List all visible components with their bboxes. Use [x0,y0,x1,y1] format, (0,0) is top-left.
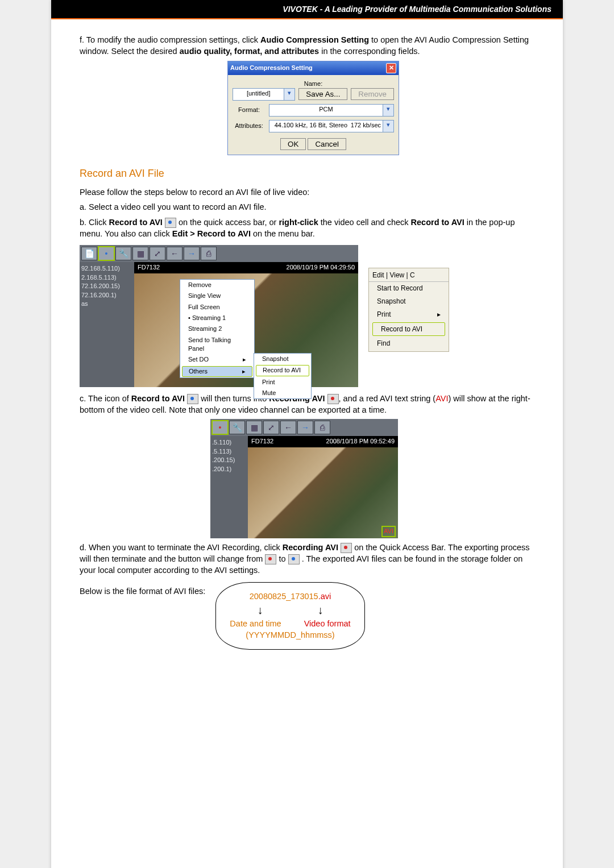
menu-item[interactable]: Full Screen [180,302,254,313]
format-label: Format: [233,106,265,114]
video-window-2: • 🔧 ▦ ⤢ ← → ⎙ .5.110) .5.113) .200.15) .… [210,419,398,538]
menu-item[interactable]: Print [254,377,311,388]
bold-text: Record to AVI [131,394,185,403]
bold-text: Edit > Record to AVI [172,229,251,238]
bold-text: Record to AVI [411,218,464,227]
cancel-button[interactable]: Cancel [308,138,346,150]
menu-item[interactable]: Streaming 2 [180,323,254,334]
toolbar-btn[interactable]: ⤢ [150,247,165,260]
step-d: d. When you want to terminate the AVI Re… [80,542,534,576]
menu-item[interactable]: Snapshot [369,295,449,308]
menu-item[interactable]: Set DO▸ [180,354,254,365]
page-content: f. To modify the audio compression setti… [51,19,563,661]
page-header: VIVOTEK - A Leading Provider of Multimed… [51,0,563,19]
menu-item[interactable]: Send to Talking Panel [180,335,254,355]
toolbar-btn[interactable]: 🔧 [229,421,245,434]
ok-button[interactable]: OK [280,138,306,150]
chevron-down-icon[interactable]: ▾ [383,104,394,117]
list-item[interactable]: as [81,300,132,308]
toolbar-btn[interactable]: ▦ [246,421,262,434]
menu-item-record-avi[interactable]: Record to AVI [372,322,445,337]
menu-item[interactable]: Start to Record [369,282,449,295]
text: the video cell and check [318,218,411,227]
menu-item[interactable]: Find [369,337,449,350]
video-cell[interactable]: Remove Single View Full Screen • Streami… [134,273,358,387]
forward-button[interactable]: → [184,247,200,260]
bold-text: Record to AVI [109,218,163,227]
video-format-label: Video format [304,618,351,629]
attributes-select[interactable]: 44.100 kHz, 16 Bit, Stereo 172 kb/sec [269,120,383,132]
filename-example: 20080825_173015 [250,592,318,601]
name-input[interactable]: [untitled] [233,88,284,101]
forward-button[interactable]: → [297,421,313,434]
format-select[interactable]: PCM [269,104,383,117]
quick-access-toolbar: 📄 • 🔧 ▦ ⤢ ← → ⎙ [80,245,358,262]
timestamp: 2008/10/19 PM 04:29:50 [287,263,355,272]
date-format-pattern: (YYYYMMDD_hhmmss) [230,629,350,641]
context-menu: Remove Single View Full Screen • Streami… [180,279,255,379]
list-item[interactable]: .5.110) [212,438,246,447]
chevron-down-icon[interactable]: ▾ [284,88,295,101]
toolbar-btn[interactable]: ⎙ [201,247,217,260]
menu-item[interactable]: Print [369,308,449,321]
list-item[interactable]: 72.16.200.15) [81,282,132,290]
step-a: a. Select a video cell you want to recor… [80,201,534,213]
text: on the quick access bar, or [179,218,279,227]
name-label: Name: [233,80,394,88]
below-text: Below is the file format of AVI files: [80,582,205,597]
record-avi-icon [288,554,300,564]
text: , and a red AVI text string ( [339,394,436,403]
video-cell[interactable]: AVI [248,447,398,538]
menu-item-others[interactable]: Others▸ [182,366,252,377]
video-window-1: 📄 • 🔧 ▦ ⤢ ← → ⎙ 92.168.5.110) 2.168.5.11… [80,245,358,387]
file-format-diagram: 20080825_173015.avi ↓ ↓ Date and time Vi… [215,582,364,650]
close-icon[interactable]: ✕ [386,63,396,73]
arrow-down-icon: ↓ [318,602,323,618]
menu-item[interactable]: • Streaming 1 [180,313,254,323]
toolbar-btn[interactable]: 📄 [81,247,97,260]
section-title: Record an AVI File [80,167,534,181]
quick-access-toolbar: • 🔧 ▦ ⤢ ← → ⎙ [210,419,398,436]
edit-menu: Edit | View | C Start to Record Snapshot… [368,268,449,352]
list-item[interactable]: .200.1) [212,465,246,474]
back-button[interactable]: ← [167,247,182,260]
list-item[interactable]: 2.168.5.113) [81,273,132,282]
list-item[interactable]: .200.15) [212,456,246,464]
bold-text: Recording AVI [283,543,338,552]
menu-item-record-avi[interactable]: Record to AVI [256,365,309,376]
menu-item[interactable]: Remove [180,280,254,290]
list-item[interactable]: 92.168.5.110) [81,264,132,273]
camera-name: FD7132 [251,437,273,446]
dialog-title: Audio Compression Setting [230,64,313,72]
menu-item[interactable]: Mute [254,388,311,398]
recording-avi-icon [265,554,276,564]
bold-text: audio quality, format, and attributes [180,47,319,56]
date-time-label: Date and time [230,618,281,629]
camera-ip-list: .5.110) .5.113) .200.15) .200.1) [210,436,248,538]
save-as-button[interactable]: Save As... [298,88,347,100]
recording-avi-button[interactable]: • [212,421,228,434]
toolbar-btn[interactable]: ⎙ [314,421,330,434]
menu-item[interactable]: Snapshot [254,354,311,364]
text: on the menu bar. [251,229,315,238]
context-submenu: Snapshot Record to AVI Print Mute [254,353,312,400]
camera-name: FD7132 [138,263,160,272]
camera-ip-list: 92.168.5.110) 2.168.5.113) 72.16.200.15)… [80,262,134,387]
toolbar-btn[interactable]: ⤢ [263,421,279,434]
text: in the corresponding fields. [319,47,420,56]
back-button[interactable]: ← [280,421,296,434]
chevron-down-icon[interactable]: ▾ [383,120,394,132]
toolbar-btn[interactable]: ▦ [132,247,148,260]
text: c. The icon of [80,394,131,403]
list-item[interactable]: 72.16.200.1) [81,291,132,300]
menu-tabs[interactable]: Edit | View | C [369,269,449,282]
list-item[interactable]: .5.113) [212,447,246,456]
text: f. To modify the audio compression setti… [80,35,260,44]
menu-item[interactable]: Single View [180,290,254,301]
attributes-label: Attributes: [233,122,265,130]
audio-compression-dialog: Audio Compression Setting ✕ Name: [untit… [227,61,399,155]
timestamp: 2008/10/18 PM 09:52:49 [326,437,395,446]
record-avi-button[interactable]: • [98,247,114,260]
toolbar-btn[interactable]: 🔧 [115,247,131,260]
remove-button: Remove [351,88,394,100]
